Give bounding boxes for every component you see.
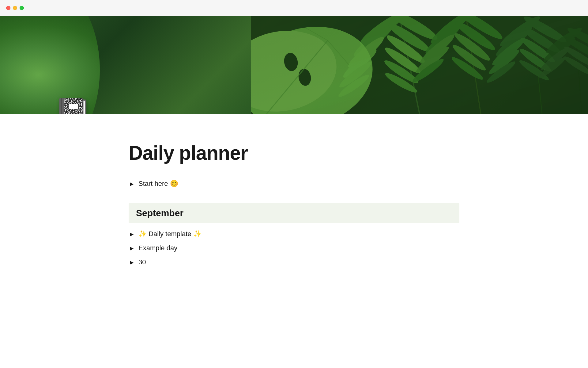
svg-point-21 [453,18,498,53]
svg-point-27 [494,25,534,59]
svg-point-16 [423,19,466,57]
svg-point-22 [452,30,492,63]
svg-point-26 [497,16,542,49]
start-here-label: Start here 😊 [138,180,178,188]
section-items: ▶ ✨ Daily template ✨ ▶ Example day ▶ 30 [129,226,459,270]
svg-point-11 [383,44,423,76]
september-section: September [129,203,459,223]
svg-point-9 [386,20,432,55]
svg-point-39 [539,45,572,72]
svg-line-1 [398,16,420,114]
svg-point-5 [341,46,379,80]
toggle-arrow-30: ▶ [129,259,135,265]
svg-point-40 [537,55,567,80]
close-button[interactable] [6,6,10,10]
svg-point-29 [487,47,521,76]
svg-point-15 [428,16,475,47]
toggle-arrow-start: ▶ [129,181,135,187]
svg-rect-52 [251,16,588,114]
example-day-label: Example day [138,244,177,252]
svg-line-50 [328,40,349,65]
svg-line-25 [533,22,542,114]
toggle-arrow-example: ▶ [129,245,135,251]
svg-point-45 [251,16,384,114]
svg-line-14 [466,16,481,114]
svg-point-33 [519,35,557,65]
svg-point-34 [518,46,553,74]
svg-point-3 [351,21,396,59]
svg-point-4 [345,34,386,70]
svg-point-13 [383,71,419,95]
svg-point-46 [251,22,343,114]
svg-point-17 [418,32,457,67]
svg-line-49 [266,40,328,114]
svg-point-20 [455,16,505,43]
svg-point-23 [450,42,488,73]
svg-point-7 [337,72,371,99]
daily-template-toggle[interactable]: ▶ ✨ Daily template ✨ [129,227,459,241]
svg-point-30 [485,59,517,85]
day-30-label: 30 [138,258,146,266]
start-here-toggle[interactable]: ▶ Start here 😊 [129,177,459,191]
svg-point-28 [490,36,527,68]
svg-point-24 [450,55,485,82]
svg-point-43 [563,44,588,69]
minimize-button[interactable] [13,6,17,10]
svg-point-44 [562,54,588,77]
svg-point-42 [564,35,588,61]
svg-point-31 [522,16,569,46]
svg-point-19 [411,56,446,85]
page-title: Daily planner [129,142,459,164]
hero-banner: 📓 [0,16,588,114]
maximize-button[interactable] [20,6,24,10]
window-chrome [0,0,588,16]
svg-point-8 [387,16,440,44]
svg-point-37 [544,25,584,56]
svg-line-36 [576,34,582,114]
page-wrapper: 📓 Daily planner ▶ Start here 😊 September… [0,16,588,270]
fern-decoration [251,16,588,114]
svg-point-47 [283,52,299,72]
svg-point-35 [518,58,551,83]
section-month-title: September [136,208,183,218]
page-icon: 📓 [54,99,92,114]
content-area: Daily planner ▶ Start here 😊 September ▶… [80,142,508,270]
svg-point-2 [357,16,409,48]
day-30-toggle[interactable]: ▶ 30 [129,255,459,269]
svg-point-41 [566,25,588,52]
svg-point-18 [414,44,451,76]
svg-point-38 [541,35,577,64]
svg-point-32 [520,24,562,56]
svg-point-10 [384,32,427,66]
svg-line-51 [306,28,328,40]
svg-point-6 [337,59,373,90]
toggle-arrow-daily: ▶ [129,231,135,237]
svg-rect-0 [251,16,588,114]
svg-point-48 [297,68,312,87]
svg-point-12 [382,58,420,86]
example-day-toggle[interactable]: ▶ Example day [129,241,459,255]
daily-template-label: ✨ Daily template ✨ [138,230,202,238]
